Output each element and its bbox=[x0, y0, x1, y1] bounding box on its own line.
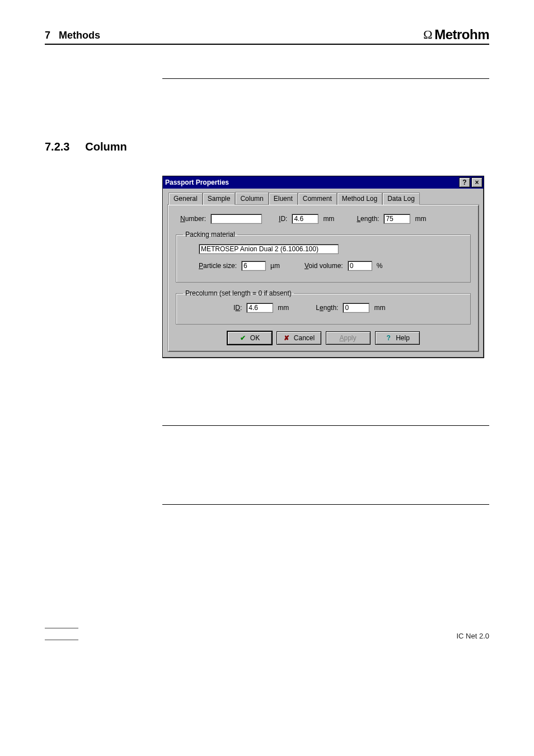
tab-method-log[interactable]: Method Log bbox=[337, 192, 382, 205]
ok-label: OK bbox=[250, 334, 260, 342]
dialog-buttons: ✔ OK ✘ Cancel Apply ? bbox=[176, 331, 471, 345]
ok-button[interactable]: ✔ OK bbox=[227, 331, 272, 345]
page-header: 7 Methods ΩMetrohm bbox=[45, 27, 489, 45]
divider bbox=[162, 425, 489, 426]
tab-eluent[interactable]: Eluent bbox=[269, 192, 298, 205]
precolumn-length-input[interactable] bbox=[343, 303, 369, 313]
help-button[interactable]: ? Help bbox=[375, 331, 420, 345]
precolumn-group: Precolumn (set length = 0 if absent) ID:… bbox=[176, 289, 471, 325]
tab-data-log[interactable]: Data Log bbox=[382, 192, 420, 205]
section-number: 7 bbox=[45, 30, 50, 41]
tab-strip: General Sample Column Eluent Comment Met… bbox=[167, 192, 479, 204]
subsection-heading: 7.2.3 Column bbox=[45, 140, 489, 153]
packing-material-group: Packing material Particle size: µm Void … bbox=[176, 231, 471, 283]
check-icon: ✔ bbox=[239, 334, 247, 342]
particle-unit: µm bbox=[270, 262, 280, 270]
tab-sample[interactable]: Sample bbox=[203, 192, 236, 205]
dialog-title: Passport Properties bbox=[165, 179, 458, 186]
brand-logo: ΩMetrohm bbox=[423, 27, 489, 43]
cross-icon: ✘ bbox=[283, 334, 291, 342]
close-title-button[interactable]: × bbox=[471, 177, 483, 187]
cancel-button[interactable]: ✘ Cancel bbox=[277, 331, 321, 345]
divider bbox=[162, 78, 489, 79]
tab-general[interactable]: General bbox=[168, 192, 203, 205]
length-input[interactable] bbox=[383, 214, 410, 224]
omega-icon: Ω bbox=[423, 27, 432, 42]
subsection-title: Column bbox=[85, 140, 127, 153]
question-icon: ? bbox=[385, 334, 392, 342]
number-label: Number: bbox=[180, 215, 206, 223]
precolumn-id-unit: mm bbox=[278, 304, 289, 312]
dialog-titlebar: Passport Properties ? × bbox=[163, 176, 484, 189]
page-number-box bbox=[45, 628, 78, 640]
page-footer: IC Net 2.0 bbox=[45, 628, 489, 640]
apply-button[interactable]: Apply bbox=[326, 331, 371, 345]
brand-text: Metrohm bbox=[434, 27, 489, 43]
precolumn-legend: Precolumn (set length = 0 if absent) bbox=[183, 289, 294, 297]
footer-product: IC Net 2.0 bbox=[456, 632, 489, 640]
cancel-label: Cancel bbox=[294, 334, 315, 342]
apply-label: Apply bbox=[339, 334, 356, 342]
id-unit: mm bbox=[323, 215, 334, 223]
subsection-number: 7.2.3 bbox=[45, 140, 69, 153]
number-input[interactable] bbox=[210, 214, 262, 224]
id-input[interactable] bbox=[292, 214, 318, 224]
tab-column[interactable]: Column bbox=[235, 192, 268, 204]
packing-name-input[interactable] bbox=[199, 244, 339, 254]
particle-size-label: Particle size: bbox=[199, 262, 237, 270]
void-unit: % bbox=[377, 262, 383, 270]
precolumn-length-unit: mm bbox=[374, 304, 385, 312]
precolumn-id-input[interactable] bbox=[246, 303, 273, 313]
particle-size-input[interactable] bbox=[241, 261, 266, 271]
precolumn-id-label: ID: bbox=[233, 304, 242, 312]
tab-comment[interactable]: Comment bbox=[298, 192, 337, 205]
tab-panel-column: Number: ID: mm Length: mm Pa bbox=[167, 204, 479, 352]
void-volume-label: Void volume: bbox=[305, 262, 343, 270]
precolumn-length-label: Length: bbox=[316, 304, 338, 312]
length-label: Length: bbox=[357, 215, 379, 223]
packing-legend: Packing material bbox=[183, 231, 237, 238]
divider bbox=[162, 504, 489, 505]
section-breadcrumb: 7 Methods bbox=[45, 30, 100, 41]
help-label: Help bbox=[396, 334, 410, 342]
length-unit: mm bbox=[415, 215, 426, 223]
help-title-button[interactable]: ? bbox=[459, 177, 470, 187]
section-name: Methods bbox=[59, 30, 100, 41]
id-label: ID: bbox=[279, 215, 287, 223]
passport-properties-dialog: Passport Properties ? × General Sample C… bbox=[162, 176, 484, 358]
void-volume-input[interactable] bbox=[348, 261, 372, 271]
